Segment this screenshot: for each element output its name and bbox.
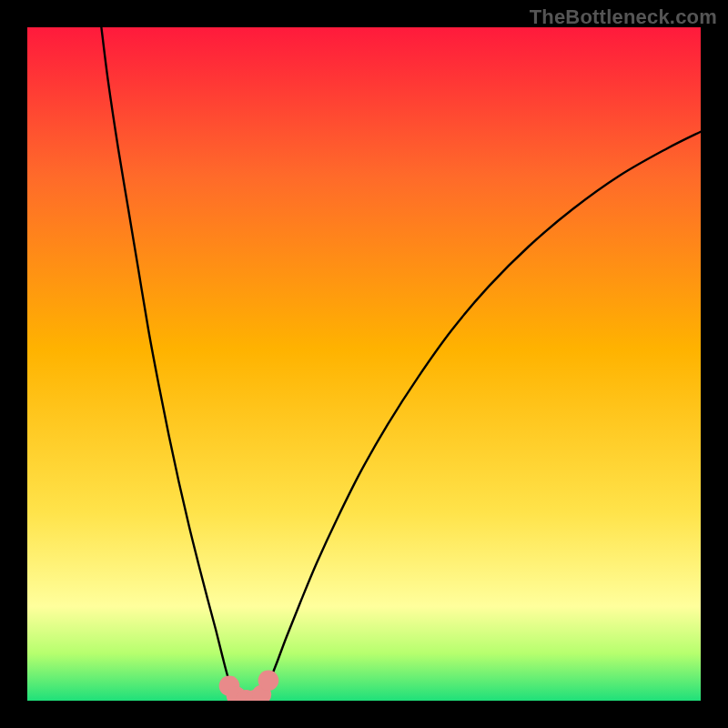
gradient-background	[27, 27, 701, 701]
data-dot	[258, 670, 279, 691]
chart-frame: TheBottleneck.com	[0, 0, 728, 728]
watermark-label: TheBottleneck.com	[530, 5, 717, 29]
chart-svg	[27, 27, 701, 701]
plot-area	[27, 27, 701, 701]
